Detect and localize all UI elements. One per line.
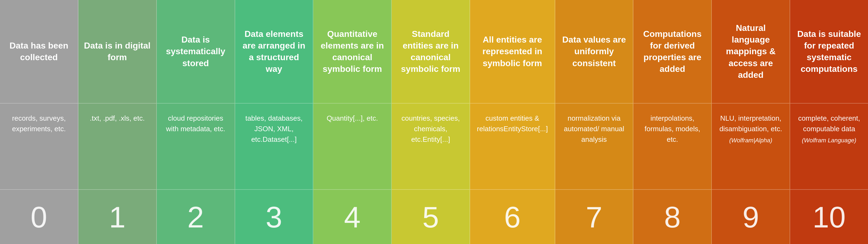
col-9-body-content: NLU, interpretation, disambiguation, etc… [718,113,783,144]
col-3-body: tables, databases, JSON, XML, etc.Datase… [235,103,313,190]
col-0-body-text: records, surveys, experiments, etc. [12,114,66,133]
col-3-body-content: tables, databases, JSON, XML, etc.Datase… [242,113,306,145]
col-10-subtext: (Wolfram Language) [797,137,861,144]
col-6-body-content: custom entities & relationsEntityStore[.… [477,113,548,134]
col-8-header-text: Computations for derived properties are … [639,28,706,75]
col-2-body-content: cloud repositories with metadata, etc. [163,113,228,134]
column-4: Quantitative elements are in canonical s… [313,0,392,244]
col-10-footer: 10 [790,190,868,244]
col-5-footer: 5 [392,190,469,244]
col-0-header: Data has been collected [0,0,78,103]
col-9-footer: 9 [712,190,789,244]
col-4-footer: 4 [313,190,391,244]
col-3-header: Data elements are arranged in a structur… [235,0,313,103]
column-5: Standard entities are in canonical symbo… [392,0,470,244]
col-9-header-text: Natural language mappings & access are a… [717,22,784,81]
col-6-body: custom entities & relationsEntityStore[.… [470,103,555,190]
col-9-subtext: (Wolfram|Alpha) [718,137,783,144]
col-3-footer: 3 [235,190,313,244]
col-9-body-text: NLU, interpretation, disambiguation, etc… [719,114,782,133]
col-10-header: Data is suitable for repeated systematic… [790,0,868,103]
column-3: Data elements are arranged in a structur… [235,0,314,244]
col-2-header-text: Data is systematically stored [162,34,229,69]
col-1-footer: 1 [79,190,156,244]
col-1-number: 1 [109,200,126,234]
col-1-header-text: Data is in digital form [84,40,151,63]
col-2-header: Data is systematically stored [157,0,235,103]
col-5-body: countries, species, chemicals, etc.Entit… [392,103,469,190]
column-9: Natural language mappings & access are a… [712,0,790,244]
col-8-footer: 8 [633,190,711,244]
col-10-number: 10 [812,200,845,234]
main-grid: Data has been collectedrecords, surveys,… [0,0,868,244]
col-9-number: 9 [742,200,759,234]
col-1-header: Data is in digital form [79,0,156,103]
col-1-body-content: .txt, .pdf, .xls, etc. [90,113,145,124]
col-5-header-text: Standard entities are in canonical symbo… [397,28,464,75]
col-3-header-text: Data elements are arranged in a structur… [241,28,308,75]
col-7-body-text: normalization via automated/ manual anal… [564,114,624,144]
col-7-body: normalization via automated/ manual anal… [555,103,633,190]
column-8: Computations for derived properties are … [633,0,712,244]
col-2-footer: 2 [157,190,235,244]
col-7-footer: 7 [555,190,633,244]
col-1-body-text: .txt, .pdf, .xls, etc. [90,114,145,122]
col-2-number: 2 [187,200,204,234]
col-8-header: Computations for derived properties are … [633,0,711,103]
col-4-header: Quantitative elements are in canonical s… [313,0,391,103]
col-9-body: NLU, interpretation, disambiguation, etc… [712,103,789,190]
col-5-code: Entity[...] [423,135,450,144]
col-5-body-content: countries, species, chemicals, etc.Entit… [399,113,463,145]
col-4-header-text: Quantitative elements are in canonical s… [319,28,386,75]
col-7-body-content: normalization via automated/ manual anal… [562,113,626,145]
column-10: Data is suitable for repeated systematic… [790,0,868,244]
col-8-body-text: interpolations, formulas, models, etc. [645,114,700,144]
col-0-header-text: Data has been collected [5,40,72,63]
col-0-number: 0 [31,200,47,234]
col-5-header: Standard entities are in canonical symbo… [392,0,469,103]
col-6-code: EntityStore[...] [503,125,548,133]
col-3-number: 3 [266,200,282,234]
col-6-header: All entities are represented in symbolic… [470,0,555,103]
col-4-body-content: Quantity[...], etc. [327,113,378,124]
col-8-body-content: interpolations, formulas, models, etc. [640,113,705,145]
col-6-header-text: All entities are represented in symbolic… [475,34,549,69]
col-6-number: 6 [504,200,521,234]
col-7-header-text: Data values are uniformly consistent [561,34,628,69]
col-10-body-content: complete, coherent, computable data(Wolf… [797,113,861,144]
col-6-footer: 6 [470,190,555,244]
col-10-body-text: complete, coherent, computable data [798,114,860,133]
col-7-number: 7 [586,200,602,234]
col-7-header: Data values are uniformly consistent [555,0,633,103]
col-3-code: Dataset[...] [262,135,297,144]
col-4-body: Quantity[...], etc. [313,103,391,190]
col-10-body: complete, coherent, computable data(Wolf… [790,103,868,190]
col-4-number: 4 [344,200,361,234]
col-0-body-content: records, surveys, experiments, etc. [7,113,71,134]
col-1-body: .txt, .pdf, .xls, etc. [79,103,156,190]
col-0-footer: 0 [0,190,78,244]
col-8-number: 8 [664,200,681,234]
col-4-body-text: Quantity[...], etc. [327,114,378,122]
col-5-number: 5 [422,200,439,234]
col-2-body-text: cloud repositories with metadata, etc. [166,114,225,133]
col-9-header: Natural language mappings & access are a… [712,0,789,103]
col-8-body: interpolations, formulas, models, etc. [633,103,711,190]
col-2-body: cloud repositories with metadata, etc. [157,103,235,190]
column-2: Data is systematically storedcloud repos… [157,0,235,244]
column-7: Data values are uniformly consistentnorm… [555,0,633,244]
column-6: All entities are represented in symbolic… [470,0,555,244]
col-10-header-text: Data is suitable for repeated systematic… [796,28,863,75]
col-0-body: records, surveys, experiments, etc. [0,103,78,190]
column-0: Data has been collectedrecords, surveys,… [0,0,79,244]
column-1: Data is in digital form.txt, .pdf, .xls,… [79,0,157,244]
